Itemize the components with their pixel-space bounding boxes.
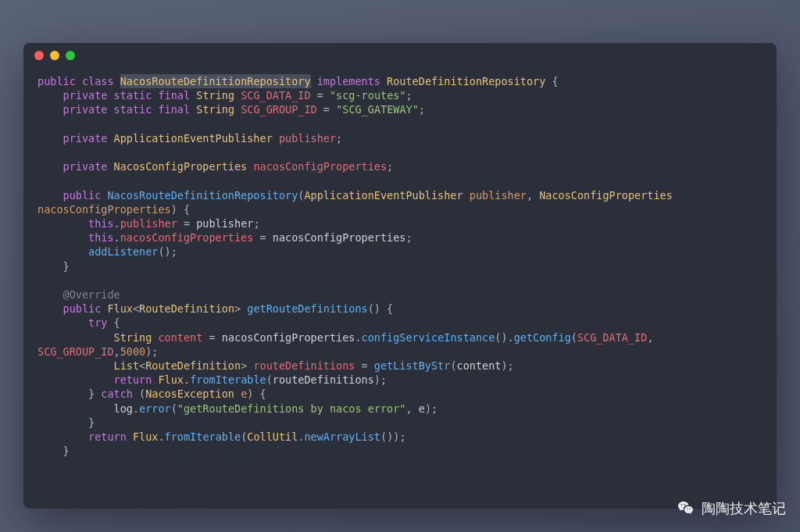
- brace: {: [545, 75, 558, 87]
- keyword: public: [38, 75, 76, 87]
- keyword: class: [82, 75, 114, 87]
- maximize-icon[interactable]: [66, 51, 75, 60]
- code-block: public class NacosRouteDefinitionReposit…: [23, 68, 777, 472]
- close-icon[interactable]: [34, 51, 44, 60]
- wechat-icon: [677, 499, 695, 518]
- annotation: @Override: [63, 288, 120, 301]
- minimize-icon[interactable]: [50, 51, 59, 60]
- class-name-highlighted: NacosRouteDefinitionRepository: [120, 74, 311, 88]
- interface-name: RouteDefinitionRepository: [387, 75, 545, 87]
- keyword: implements: [317, 75, 380, 87]
- watermark-text: 陶陶技术笔记: [702, 499, 786, 518]
- watermark: 陶陶技术笔记: [677, 499, 786, 518]
- window-titlebar: [23, 43, 777, 68]
- code-window: public class NacosRouteDefinitionReposit…: [23, 43, 777, 509]
